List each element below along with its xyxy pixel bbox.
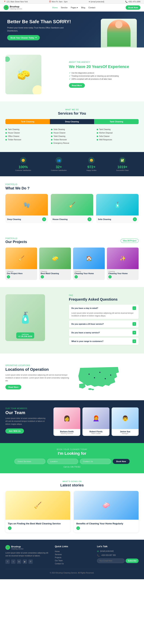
stat-label-1: Customer Satisfaction <box>15 170 31 171</box>
social-pinterest-icon[interactable]: P <box>28 560 33 564</box>
story-body-2: Benefits of Cleaning Your Home Regularly… <box>74 520 138 532</box>
nav-home[interactable]: Home <box>52 6 58 9</box>
about-read-more-button[interactable]: Read More <box>69 83 85 88</box>
nav-cta-button[interactable]: Book Now <box>126 6 140 10</box>
service-content: Tank Cleaning House Cleaner Office Clean… <box>6 128 138 145</box>
footer-link-projects[interactable]: Projects <box>55 556 92 559</box>
what-card-btn-3[interactable]: + <box>133 217 137 221</box>
faq-question-1[interactable]: Do you have a stay in mind? − <box>69 304 138 312</box>
project-btn-2[interactable]: + <box>41 275 44 278</box>
locations-text: Lorem ipsum dolor sit amet consectetur a… <box>6 374 69 382</box>
faq-item-3: Do you have a nanny service? + <box>69 329 138 336</box>
faq-item-1: Do you have a stay in mind? − Lorem ipsu… <box>69 304 138 319</box>
what-card-btn-2[interactable]: + <box>88 217 92 221</box>
about-title-pre: We Have <box>69 64 86 69</box>
about-label: About the Agency <box>69 61 138 63</box>
locations-read-more-button[interactable]: Read More <box>6 385 21 390</box>
stat-satisfaction: 😊 100% Customer Satisfaction <box>15 157 31 171</box>
stat-num-3: 972+ <box>86 165 96 169</box>
team-member-role-2: Team Leader <box>84 433 108 434</box>
service-tab-2[interactable]: Deep Cleaning <box>50 119 94 124</box>
project-btn-4[interactable]: + <box>108 275 112 278</box>
nav-service[interactable]: Service <box>61 6 68 9</box>
nav-contact[interactable]: Contact <box>88 6 95 9</box>
team-label: Our Team Members <box>6 408 48 410</box>
team-card-info-2: Robert Flords Team Leader <box>82 429 110 436</box>
email-item: ✉ [email protected] <box>89 1 104 3</box>
service-tab-3[interactable]: Tank Cleaning <box>94 119 138 124</box>
footer-subscribe-button[interactable]: Subscribe <box>126 558 138 563</box>
faq-question-2[interactable]: Do you operate a 24 hour service? + <box>69 320 138 328</box>
nav-blog[interactable]: Blog <box>81 6 85 9</box>
project-img-3: 🏠 <box>73 248 105 269</box>
hero-subtitle: Protect your loved ones today Trust Next… <box>7 26 72 32</box>
team-text: Lorem ipsum dolor sit amet consectetur a… <box>6 417 48 426</box>
project-footer-4: Cleaning Cleaning Your Home + <box>107 269 138 280</box>
faq-toggle-icon-4[interactable]: + <box>132 340 136 343</box>
footer-phone-icon: 📞 <box>97 554 100 557</box>
hours-text: Mon-Fri: 9am - 6pm <box>52 1 68 3</box>
project-btn-1[interactable]: + <box>7 275 10 278</box>
faq-question-4[interactable]: What is your range to customers? + <box>69 338 138 345</box>
bullet-dot <box>51 129 52 130</box>
social-linkedin-icon[interactable]: in <box>17 560 21 564</box>
nav-pages[interactable]: Pages ▾ <box>71 6 78 9</box>
join-team-button[interactable]: Join With Us <box>6 428 24 434</box>
footer-link-services[interactable]: Services <box>55 553 92 556</box>
bullet-dot <box>97 132 98 134</box>
social-facebook-icon[interactable]: f <box>6 560 10 564</box>
story-title-2: Benefits of Cleaning Your Home Regularly <box>76 522 136 525</box>
faq-answer-1: Lorem ipsum dolor sit amet consectetur a… <box>69 312 138 319</box>
what-card-img-1: 🧤 <box>6 194 48 216</box>
lf-book-button[interactable]: Book Now <box>113 459 130 464</box>
footer-email-icon: ✉ <box>97 550 99 552</box>
hero-image <box>72 19 137 48</box>
project-cat-1: Cleaning <box>7 270 36 272</box>
faq-question-3[interactable]: Do you have a nanny service? + <box>69 329 138 336</box>
team-content: Our Team Members Our Team Lorem ipsum do… <box>6 408 48 434</box>
faq-toggle-icon-3[interactable]: + <box>132 331 136 334</box>
service-item: Tank Cleaning <box>97 128 138 131</box>
lf-services-input[interactable] <box>14 459 45 464</box>
what-card-btn-1[interactable]: + <box>42 217 46 221</box>
footer-email-input[interactable] <box>97 558 124 563</box>
what-card-name-2: House Cleaning <box>52 218 68 220</box>
stories-label: What's going on <box>6 480 138 482</box>
lf-location-input[interactable] <box>47 459 78 464</box>
lf-contact-input[interactable] <box>80 459 111 464</box>
project-btn-3[interactable]: + <box>74 275 78 278</box>
email-icon: ✉ <box>89 1 90 3</box>
story-btn-2[interactable]: + <box>76 526 80 530</box>
svg-point-0 <box>88 388 92 390</box>
service-tab-1[interactable]: Tank Cleaning <box>6 119 50 124</box>
service-item: Tank Cleaning <box>6 128 47 131</box>
location-icon: 📍 <box>4 1 6 3</box>
footer-link-home[interactable]: Home <box>55 550 92 553</box>
social-twitter-icon[interactable]: t <box>11 560 16 564</box>
faq-toggle-icon-1[interactable]: − <box>132 306 136 310</box>
services-section: What We Do Services for You Tank Cleanin… <box>0 102 144 152</box>
logo: 🌿 Brushup Cleaning Service <box>4 5 22 10</box>
footer-link-contact[interactable]: Contact Us <box>55 562 92 565</box>
footer-contact: Let's Talk ✉ [email protected] 📞 +024 03… <box>97 545 138 565</box>
hero-cta-button[interactable]: Book Your Cleaner Today ▾ <box>7 35 40 40</box>
story-btn-1[interactable]: + <box>8 526 12 530</box>
what-card-img-2: 🧹 <box>51 194 93 216</box>
stat-customers: 👥 32+ Customer Satisfaction <box>51 157 67 171</box>
top-bar: 📍 123, Main Street New York ⏰ Mon-Fri: 9… <box>0 0 144 4</box>
footer-link-team[interactable]: Our Team <box>55 559 92 562</box>
projects-title: Our Projects <box>6 240 27 244</box>
hours-item: ⏰ Mon-Fri: 9am - 6pm <box>49 1 68 3</box>
story-card-1: 🧹 Tips on Finding the Best Maid Cleaning… <box>6 491 70 532</box>
social-youtube-icon[interactable]: ▶ <box>23 560 27 564</box>
faq-q-text-2: Do you operate a 24 hour service? <box>72 323 104 325</box>
hero-content: Better Be Safe Than SORRY! Protect your … <box>7 19 72 48</box>
what-card-img-3: 🧴 <box>96 194 138 216</box>
view-all-projects-button[interactable]: View All Project <box>120 239 138 243</box>
faq-toggle-icon-2[interactable]: + <box>132 322 136 326</box>
clock-icon: ⏰ <box>49 1 51 3</box>
footer-logo-text-container: Brushup Cleaning Service <box>11 545 24 550</box>
faq-call-container: Call Now +1 25.238.3239 <box>6 332 45 341</box>
about-point-1: Use the diagnostics protocol <box>69 72 138 74</box>
story-body-1: Tips on Finding the Best Maid Cleaning S… <box>6 520 70 532</box>
